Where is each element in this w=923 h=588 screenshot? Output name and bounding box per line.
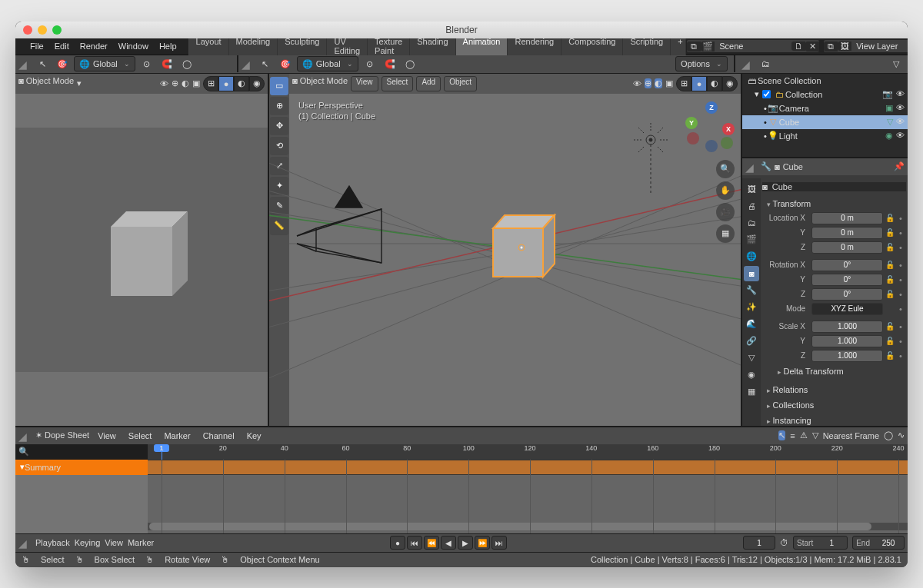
dope-menu-select[interactable]: Select (125, 431, 156, 440)
lock-icon[interactable]: 🔓 (885, 290, 895, 298)
nav-gizmo[interactable]: X Y Z (685, 101, 735, 151)
play-menu-view[interactable]: View (105, 538, 123, 547)
vp-menu-add[interactable]: Add (416, 76, 441, 91)
channel-search-input[interactable] (29, 447, 145, 457)
tab-render[interactable]: 🖼 (744, 181, 759, 197)
auto-merge-icon[interactable]: ∿ (898, 430, 905, 440)
tab-modifiers[interactable]: 🔧 (744, 283, 759, 298)
keyframe-dot-icon[interactable]: • (897, 228, 905, 238)
channel-search[interactable]: 🔍 (15, 444, 148, 460)
keyframe-dot-icon[interactable]: • (897, 261, 905, 270)
zoom-icon[interactable]: 🔍 (716, 160, 735, 178)
dope-menu-marker[interactable]: Marker (160, 431, 194, 440)
panel-transform[interactable]: Transform (762, 196, 906, 211)
tab-physics[interactable]: 🌊 (744, 317, 759, 332)
pin-icon[interactable]: 📌 (894, 161, 905, 171)
menu-help[interactable]: Help (154, 42, 182, 51)
preview-range-icon[interactable]: ⏱ (780, 538, 788, 547)
tool-select-box[interactable]: ▭ (270, 77, 288, 95)
overlays-icon-2[interactable]: ◐ (655, 78, 662, 88)
tool-rotate[interactable]: ⟲ (270, 137, 288, 155)
select-tool-icon[interactable]: ↖ (778, 430, 785, 440)
shading-wire[interactable]: ⊞ (676, 76, 691, 91)
loc-y-field[interactable]: 0 m (811, 227, 883, 239)
menu-file[interactable]: File (25, 42, 49, 51)
snap-toggle-icon[interactable]: 🧲 (158, 56, 175, 71)
menu-edit[interactable]: Edit (49, 42, 75, 51)
keyframe-dot-icon[interactable]: • (897, 214, 905, 223)
tool-scale[interactable]: ⤢ (270, 157, 288, 175)
keyframe-dot-icon[interactable]: • (897, 275, 905, 284)
xray-icon-2[interactable]: ▣ (665, 78, 673, 88)
keyframe-prev-button[interactable]: ⏪ (424, 536, 439, 550)
outliner-display-mode-icon[interactable]: 🗂 (757, 56, 774, 71)
ws-shading[interactable]: Shading (410, 35, 455, 58)
options-dropdown[interactable]: Options (675, 56, 728, 71)
rot-x-field[interactable]: 0° (811, 259, 883, 271)
area-corner-icon-dope[interactable]: ◢ (18, 430, 29, 441)
tab-object[interactable]: ◙ (744, 266, 759, 281)
camera-view-icon[interactable]: 🎥 (716, 203, 735, 221)
rot-y-field[interactable]: 0° (811, 274, 883, 286)
tab-particles[interactable]: ✨ (744, 300, 759, 315)
axis-neg-z-icon[interactable] (705, 140, 718, 152)
tool-move[interactable]: ✥ (270, 117, 288, 135)
cursor-tool-icon[interactable]: ↖ (34, 56, 51, 71)
shading-material[interactable]: ◐ (707, 76, 722, 91)
menu-window[interactable]: Window (113, 42, 154, 51)
autokey-button[interactable]: ● (390, 536, 405, 550)
start-frame-field[interactable]: Start1 (793, 536, 848, 550)
keyframe-next-button[interactable]: ⏩ (475, 536, 490, 550)
jump-end-button[interactable]: ⏭ (491, 536, 507, 550)
dope-menu-view[interactable]: View (94, 431, 120, 440)
pan-icon[interactable]: ✋ (716, 181, 735, 200)
menu-render[interactable]: Render (75, 42, 113, 51)
loc-x-field[interactable]: 0 m (811, 212, 883, 224)
cursor-icon[interactable]: 🎯 (54, 56, 71, 71)
orientation-dropdown-left[interactable]: 🌐Global (74, 56, 135, 71)
dope-editor-dropdown[interactable]: ✶ Dope Sheet (35, 430, 89, 440)
tool-cursor[interactable]: ⊕ (270, 97, 288, 115)
show-summary-icon[interactable]: ≡ (790, 431, 795, 440)
axis-y-icon[interactable]: Y (685, 117, 698, 129)
shading-rendered[interactable]: ◉ (722, 76, 738, 91)
rot-z-field[interactable]: 0° (811, 288, 883, 301)
lock-icon[interactable]: 🔓 (885, 275, 895, 284)
eye-icon[interactable]: 👁 (896, 103, 905, 113)
proportional-edit-icon-2[interactable]: ◯ (402, 56, 418, 71)
outliner-item-camera[interactable]: • 📷Camera▣👁 (742, 101, 908, 115)
summary-channel[interactable]: ▾ Summary (15, 460, 148, 475)
ws-animation[interactable]: Animation (456, 35, 508, 58)
lock-icon[interactable]: 🔓 (885, 351, 895, 360)
lock-icon[interactable]: 🔓 (885, 228, 895, 237)
area-corner-icon[interactable]: ◢ (18, 58, 29, 69)
viewlayer-browse-icon[interactable]: ⧉ (824, 42, 838, 51)
lock-icon[interactable]: 🔓 (885, 214, 895, 222)
shading-solid[interactable]: ● (691, 76, 707, 91)
filter-icon[interactable]: ▽ (888, 56, 905, 71)
area-corner-icon-props[interactable]: ◢ (745, 161, 756, 172)
collection-enable-checkbox[interactable] (762, 90, 771, 98)
filter-channels-icon[interactable]: ▽ (812, 430, 818, 440)
area-corner-icon-play[interactable]: ◢ (18, 537, 29, 548)
restrict-render-icon[interactable]: 📷 (882, 89, 893, 99)
scene-delete-icon[interactable]: ✕ (805, 42, 819, 51)
scene-browse-icon[interactable]: ⧉ (687, 42, 701, 51)
area-corner-icon-2[interactable]: ◢ (242, 58, 252, 69)
vp-menu-object[interactable]: Object (444, 76, 477, 91)
lock-icon[interactable]: 🔓 (885, 243, 895, 251)
ws-modeling[interactable]: Modeling (229, 35, 278, 58)
mesh-data-icon[interactable]: ▽ (887, 117, 893, 127)
vp-menu-view[interactable]: View (351, 76, 378, 91)
viewlayer-selector[interactable]: ⧉ 🖼 View Layer 🗋 ✕ (823, 39, 908, 53)
loc-z-field[interactable]: 0 m (811, 241, 883, 254)
keyframe-dot-icon[interactable]: • (897, 290, 905, 299)
scene-selector[interactable]: ⧉ 🎬 Scene 🗋 ✕ (686, 39, 820, 53)
dope-menu-channel[interactable]: Channel (199, 431, 238, 440)
outliner-item-cube[interactable]: • ▽Cube▽👁 (742, 115, 908, 129)
ws-layout[interactable]: Layout (189, 35, 229, 58)
ws-uvediting[interactable]: UV Editing (327, 35, 368, 58)
ws-add[interactable]: + (671, 35, 686, 58)
tab-world[interactable]: 🌐 (744, 249, 759, 264)
tool-transform[interactable]: ✦ (270, 177, 288, 195)
